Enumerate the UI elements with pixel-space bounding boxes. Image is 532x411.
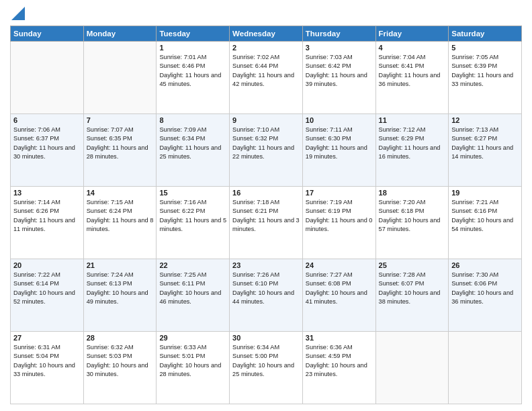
day-info: Sunrise: 7:05 AM Sunset: 6:39 PM Dayligh… <box>451 53 519 89</box>
day-number: 3 <box>306 44 373 52</box>
calendar-week-row: 6Sunrise: 7:06 AM Sunset: 6:37 PM Daylig… <box>11 114 522 187</box>
day-info: Sunrise: 7:13 AM Sunset: 6:27 PM Dayligh… <box>451 126 519 161</box>
day-info: Sunrise: 7:09 AM Sunset: 6:34 PM Dayligh… <box>159 126 226 161</box>
calendar-header-thursday: Thursday <box>302 26 375 42</box>
calendar-cell <box>449 332 522 404</box>
day-info: Sunrise: 7:24 AM Sunset: 6:13 PM Dayligh… <box>87 271 154 306</box>
logo <box>10 7 25 20</box>
calendar-cell: 17Sunrise: 7:19 AM Sunset: 6:19 PM Dayli… <box>302 187 375 259</box>
day-info: Sunrise: 6:31 AM Sunset: 5:04 PM Dayligh… <box>13 343 81 379</box>
day-number: 28 <box>87 334 154 342</box>
day-number: 22 <box>159 261 226 269</box>
calendar-cell: 9Sunrise: 7:10 AM Sunset: 6:32 PM Daylig… <box>230 114 303 187</box>
calendar-cell <box>11 42 84 114</box>
day-info: Sunrise: 7:07 AM Sunset: 6:35 PM Dayligh… <box>87 126 154 161</box>
day-info: Sunrise: 7:28 AM Sunset: 6:07 PM Dayligh… <box>379 271 446 306</box>
day-number: 17 <box>306 189 373 197</box>
calendar-header-wednesday: Wednesday <box>230 26 303 42</box>
logo-triangle-icon <box>11 7 25 20</box>
day-info: Sunrise: 7:10 AM Sunset: 6:32 PM Dayligh… <box>232 126 300 161</box>
calendar-cell: 26Sunrise: 7:30 AM Sunset: 6:06 PM Dayli… <box>449 259 522 332</box>
calendar-week-row: 13Sunrise: 7:14 AM Sunset: 6:26 PM Dayli… <box>11 187 522 259</box>
calendar-cell: 7Sunrise: 7:07 AM Sunset: 6:35 PM Daylig… <box>83 114 157 187</box>
day-info: Sunrise: 7:26 AM Sunset: 6:10 PM Dayligh… <box>232 271 300 306</box>
day-number: 27 <box>13 334 81 342</box>
calendar-cell: 28Sunrise: 6:32 AM Sunset: 5:03 PM Dayli… <box>83 332 157 404</box>
day-number: 25 <box>379 261 446 269</box>
day-number: 10 <box>306 116 373 124</box>
calendar-header-friday: Friday <box>375 26 449 42</box>
day-number: 9 <box>232 116 300 124</box>
day-info: Sunrise: 7:21 AM Sunset: 6:16 PM Dayligh… <box>451 198 519 234</box>
day-number: 18 <box>379 189 446 197</box>
calendar-header-sunday: Sunday <box>11 26 84 42</box>
day-number: 6 <box>13 116 81 124</box>
day-number: 2 <box>232 44 300 52</box>
calendar-cell: 6Sunrise: 7:06 AM Sunset: 6:37 PM Daylig… <box>11 114 84 187</box>
calendar-cell: 14Sunrise: 7:15 AM Sunset: 6:24 PM Dayli… <box>83 187 157 259</box>
day-info: Sunrise: 6:34 AM Sunset: 5:00 PM Dayligh… <box>232 343 300 379</box>
day-number: 1 <box>159 44 226 52</box>
day-info: Sunrise: 7:12 AM Sunset: 6:29 PM Dayligh… <box>379 126 446 161</box>
calendar-cell <box>83 42 157 114</box>
day-number: 20 <box>13 261 81 269</box>
calendar-week-row: 1Sunrise: 7:01 AM Sunset: 6:46 PM Daylig… <box>11 42 522 114</box>
day-info: Sunrise: 6:32 AM Sunset: 5:03 PM Dayligh… <box>87 343 154 379</box>
calendar-cell: 18Sunrise: 7:20 AM Sunset: 6:18 PM Dayli… <box>375 187 449 259</box>
day-info: Sunrise: 7:11 AM Sunset: 6:30 PM Dayligh… <box>306 126 373 161</box>
day-info: Sunrise: 7:19 AM Sunset: 6:19 PM Dayligh… <box>306 198 373 234</box>
calendar-cell: 3Sunrise: 7:03 AM Sunset: 6:42 PM Daylig… <box>302 42 375 114</box>
calendar-cell: 4Sunrise: 7:04 AM Sunset: 6:41 PM Daylig… <box>375 42 449 114</box>
day-info: Sunrise: 7:01 AM Sunset: 6:46 PM Dayligh… <box>159 53 226 89</box>
calendar-cell: 30Sunrise: 6:34 AM Sunset: 5:00 PM Dayli… <box>230 332 303 404</box>
svg-marker-0 <box>11 7 25 20</box>
day-number: 11 <box>379 116 446 124</box>
calendar-table: SundayMondayTuesdayWednesdayThursdayFrid… <box>10 26 522 404</box>
calendar-cell: 16Sunrise: 7:18 AM Sunset: 6:21 PM Dayli… <box>230 187 303 259</box>
calendar-week-row: 20Sunrise: 7:22 AM Sunset: 6:14 PM Dayli… <box>11 259 522 332</box>
day-info: Sunrise: 7:02 AM Sunset: 6:44 PM Dayligh… <box>232 53 300 89</box>
day-number: 14 <box>87 189 154 197</box>
calendar-cell: 15Sunrise: 7:16 AM Sunset: 6:22 PM Dayli… <box>157 187 230 259</box>
calendar-week-row: 27Sunrise: 6:31 AM Sunset: 5:04 PM Dayli… <box>11 332 522 404</box>
day-number: 23 <box>232 261 300 269</box>
calendar-cell: 2Sunrise: 7:02 AM Sunset: 6:44 PM Daylig… <box>230 42 303 114</box>
day-number: 26 <box>451 261 519 269</box>
day-number: 24 <box>306 261 373 269</box>
day-number: 15 <box>159 189 226 197</box>
calendar-cell: 5Sunrise: 7:05 AM Sunset: 6:39 PM Daylig… <box>449 42 522 114</box>
day-info: Sunrise: 7:16 AM Sunset: 6:22 PM Dayligh… <box>159 198 226 234</box>
calendar-cell <box>375 332 449 404</box>
page: SundayMondayTuesdayWednesdayThursdayFrid… <box>0 0 532 411</box>
calendar-cell: 22Sunrise: 7:25 AM Sunset: 6:11 PM Dayli… <box>157 259 230 332</box>
calendar-cell: 1Sunrise: 7:01 AM Sunset: 6:46 PM Daylig… <box>157 42 230 114</box>
calendar-cell: 19Sunrise: 7:21 AM Sunset: 6:16 PM Dayli… <box>449 187 522 259</box>
calendar-cell: 20Sunrise: 7:22 AM Sunset: 6:14 PM Dayli… <box>11 259 84 332</box>
day-info: Sunrise: 7:30 AM Sunset: 6:06 PM Dayligh… <box>451 271 519 306</box>
day-info: Sunrise: 7:27 AM Sunset: 6:08 PM Dayligh… <box>306 271 373 306</box>
day-number: 31 <box>306 334 373 342</box>
day-number: 30 <box>232 334 300 342</box>
day-number: 8 <box>159 116 226 124</box>
calendar-header-monday: Monday <box>83 26 157 42</box>
day-number: 13 <box>13 189 81 197</box>
day-number: 16 <box>232 189 300 197</box>
calendar-header-saturday: Saturday <box>449 26 522 42</box>
day-number: 4 <box>379 44 446 52</box>
day-info: Sunrise: 7:03 AM Sunset: 6:42 PM Dayligh… <box>306 53 373 89</box>
header <box>10 7 522 20</box>
day-number: 29 <box>159 334 226 342</box>
calendar-cell: 27Sunrise: 6:31 AM Sunset: 5:04 PM Dayli… <box>11 332 84 404</box>
day-info: Sunrise: 7:14 AM Sunset: 6:26 PM Dayligh… <box>13 198 81 234</box>
calendar-cell: 10Sunrise: 7:11 AM Sunset: 6:30 PM Dayli… <box>302 114 375 187</box>
day-info: Sunrise: 7:06 AM Sunset: 6:37 PM Dayligh… <box>13 126 81 161</box>
day-info: Sunrise: 7:15 AM Sunset: 6:24 PM Dayligh… <box>87 198 154 234</box>
day-number: 5 <box>451 44 519 52</box>
day-info: Sunrise: 7:25 AM Sunset: 6:11 PM Dayligh… <box>159 271 226 306</box>
day-info: Sunrise: 6:36 AM Sunset: 4:59 PM Dayligh… <box>306 343 373 379</box>
calendar-header-tuesday: Tuesday <box>157 26 230 42</box>
calendar-cell: 31Sunrise: 6:36 AM Sunset: 4:59 PM Dayli… <box>302 332 375 404</box>
day-number: 19 <box>451 189 519 197</box>
calendar-cell: 11Sunrise: 7:12 AM Sunset: 6:29 PM Dayli… <box>375 114 449 187</box>
calendar-cell: 21Sunrise: 7:24 AM Sunset: 6:13 PM Dayli… <box>83 259 157 332</box>
